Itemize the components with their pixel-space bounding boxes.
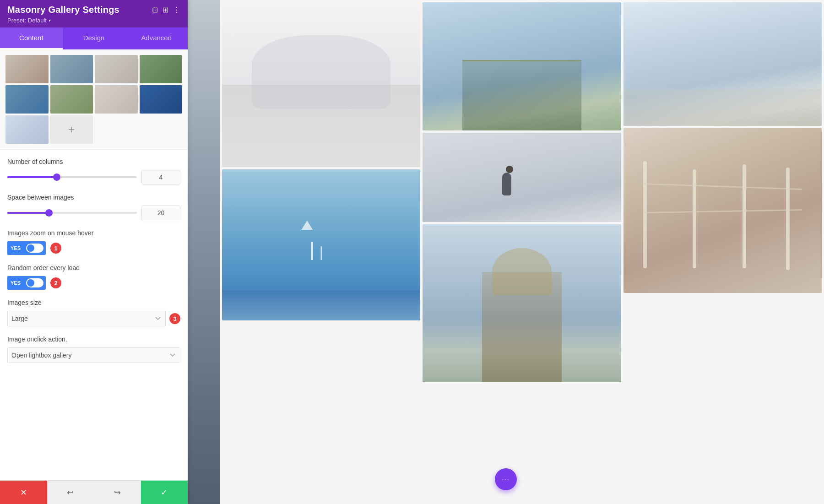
plus-icon: +	[68, 124, 75, 135]
undo-button[interactable]: ↩	[47, 481, 94, 504]
thumbnail-1[interactable]	[5, 55, 49, 83]
tab-design[interactable]: Design	[63, 27, 125, 49]
save-button[interactable]: ✓	[141, 481, 188, 504]
gallery-photo-4[interactable]	[222, 169, 420, 320]
images-size-badge: 3	[169, 313, 180, 324]
columns-control: Number of columns 4	[7, 158, 180, 184]
columns-label: Number of columns	[7, 158, 180, 165]
main-content: ···	[188, 0, 824, 504]
spacing-slider-row: 20	[7, 206, 180, 220]
columns-slider-track[interactable]	[7, 176, 137, 178]
tab-advanced[interactable]: Advanced	[125, 27, 188, 49]
gallery-column-1	[222, 2, 420, 502]
random-order-toggle-track	[26, 278, 43, 287]
sidebar: Masonry Gallery Settings ⊡ ⊞ ⋮ Preset: D…	[0, 0, 188, 504]
thumbnail-4[interactable]	[140, 55, 183, 83]
masonry-gallery	[220, 0, 824, 504]
bottom-bar: ✕ ↩ ↪ ✓	[0, 480, 188, 504]
preset-row[interactable]: Preset: Default ▾	[7, 17, 180, 24]
random-order-yes-label: YES	[7, 276, 24, 290]
columns-value-input[interactable]: 4	[141, 170, 180, 184]
undo-icon: ↩	[67, 488, 74, 498]
onclick-action-select-row: Open lightbox gallery Open custom link N…	[7, 347, 180, 363]
zoom-hover-yes-label: YES	[7, 241, 24, 255]
gallery-photo-7[interactable]	[623, 128, 822, 293]
spacing-slider-fill	[7, 212, 49, 214]
spacing-value-input[interactable]: 20	[141, 206, 180, 220]
image-thumbnail-grid: +	[5, 55, 182, 144]
images-size-control: Images size Thumbnail Medium Large Full …	[7, 299, 180, 326]
random-order-toggle-row: YES 2	[7, 276, 180, 290]
thumbnail-8[interactable]	[140, 85, 183, 114]
zoom-hover-control: Images zoom on mouse hover YES 1	[7, 229, 180, 255]
responsive-icon[interactable]: ⊡	[152, 5, 158, 14]
save-icon: ✓	[161, 488, 168, 498]
images-size-label: Images size	[7, 299, 180, 306]
thumbnail-3[interactable]	[95, 55, 138, 83]
sidebar-title: Masonry Gallery Settings	[7, 5, 119, 15]
gallery-photo-5[interactable]	[423, 133, 621, 222]
onclick-action-control: Image onclick action. Open lightbox gall…	[7, 336, 180, 363]
redo-icon: ↪	[114, 488, 121, 498]
spacing-slider-track[interactable]	[7, 212, 137, 214]
columns-slider-row: 4	[7, 170, 180, 184]
spacing-label: Space between images	[7, 194, 180, 201]
add-image-button[interactable]: +	[50, 115, 93, 144]
spacing-slider-thumb[interactable]	[45, 209, 53, 217]
redo-button[interactable]: ↪	[94, 481, 141, 504]
preset-chevron-icon: ▾	[49, 18, 51, 23]
left-strip-image	[188, 0, 220, 504]
random-order-toggle[interactable]: YES	[7, 276, 46, 290]
images-size-select-row: Thumbnail Medium Large Full 3	[7, 311, 180, 326]
grid-icon[interactable]: ⊞	[163, 5, 168, 14]
zoom-hover-toggle-dot	[27, 244, 34, 252]
image-grid-section: +	[0, 49, 188, 150]
gallery-column-3	[623, 2, 822, 502]
columns-slider-thumb[interactable]	[53, 173, 60, 181]
floating-button-icon: ···	[502, 476, 510, 483]
zoom-hover-toggle[interactable]: YES	[7, 241, 46, 255]
columns-slider-fill	[7, 176, 57, 178]
cancel-icon: ✕	[20, 488, 27, 498]
tab-content[interactable]: Content	[0, 27, 63, 49]
floating-action-button[interactable]: ···	[495, 468, 517, 490]
more-options-icon[interactable]: ⋮	[173, 5, 180, 14]
preset-label: Preset: Default	[7, 17, 47, 24]
zoom-hover-toggle-track	[26, 244, 43, 253]
random-order-label: Random order every load	[7, 264, 180, 271]
random-order-toggle-dot	[27, 279, 34, 287]
cancel-button[interactable]: ✕	[0, 481, 47, 504]
gallery-column-2	[423, 2, 621, 502]
spacing-control: Space between images 20	[7, 194, 180, 220]
thumbnail-6[interactable]	[50, 85, 93, 114]
images-size-select[interactable]: Thumbnail Medium Large Full	[7, 311, 166, 326]
controls-area: Number of columns 4 Space between images…	[0, 150, 188, 480]
tabs: Content Design Advanced	[0, 27, 188, 49]
onclick-action-select[interactable]: Open lightbox gallery Open custom link N…	[7, 347, 180, 363]
thumbnail-5[interactable]	[5, 85, 49, 114]
gallery-photo-6[interactable]	[423, 224, 621, 382]
gallery-photo-1[interactable]	[222, 2, 420, 167]
gallery-photo-2[interactable]	[423, 2, 621, 130]
thumbnail-9[interactable]	[5, 115, 49, 144]
zoom-hover-toggle-row: YES 1	[7, 241, 180, 255]
zoom-hover-badge: 1	[50, 243, 61, 254]
thumbnail-7[interactable]	[95, 85, 138, 114]
sidebar-header: Masonry Gallery Settings ⊡ ⊞ ⋮ Preset: D…	[0, 0, 188, 27]
random-order-badge: 2	[50, 277, 61, 288]
random-order-control: Random order every load YES 2	[7, 264, 180, 290]
thumbnail-2[interactable]	[50, 55, 93, 83]
header-icons: ⊡ ⊞ ⋮	[152, 5, 180, 14]
onclick-action-label: Image onclick action.	[7, 336, 180, 343]
zoom-hover-label: Images zoom on mouse hover	[7, 229, 180, 237]
gallery-photo-3[interactable]	[623, 2, 822, 126]
